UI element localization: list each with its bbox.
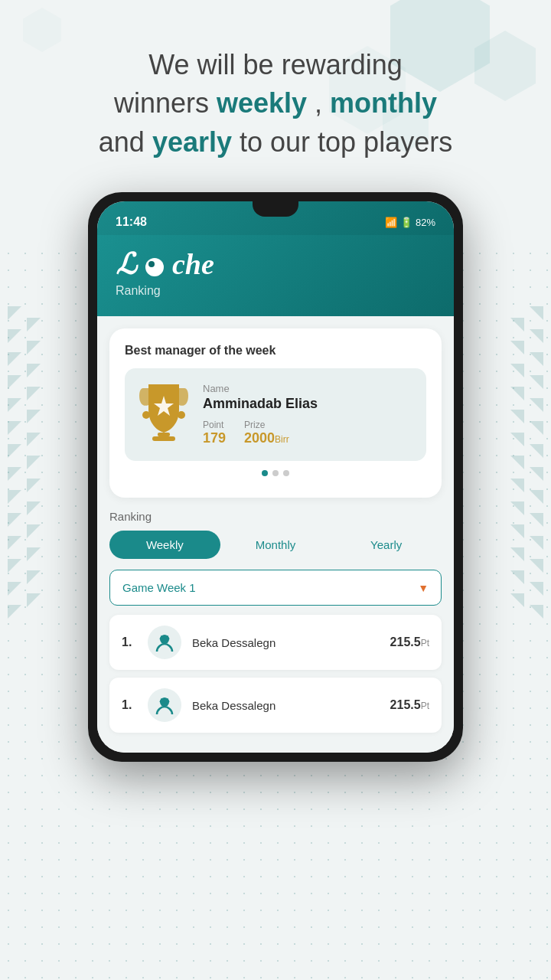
- dropdown-arrow-icon: ▼: [418, 582, 429, 594]
- rank-number-1: 1.: [122, 635, 137, 649]
- phone-mockup: 11:48 📶 🔋 82% ℒ che Ranking: [88, 192, 463, 762]
- dot-3: [283, 470, 289, 476]
- prize-label: Prize: [244, 420, 289, 430]
- player-name-2: Beka Dessalegn: [192, 699, 380, 712]
- status-time: 11:48: [116, 215, 147, 229]
- svg-rect-56: [152, 436, 175, 441]
- point-value: 179: [203, 430, 226, 446]
- dot-2: [272, 470, 279, 476]
- best-manager-title: Best manager of the week: [125, 344, 426, 358]
- app-subtitle: Ranking: [116, 284, 435, 298]
- tab-weekly[interactable]: Weekly: [109, 531, 220, 559]
- rank-number-2: 1.: [122, 698, 137, 712]
- headline-text: We will be rewarding winners weekly , mo…: [68, 46, 483, 162]
- svg-rect-55: [158, 433, 170, 436]
- app-body: Best manager of the week: [97, 316, 454, 753]
- trophy-icon: [137, 381, 191, 449]
- tab-monthly[interactable]: Monthly: [220, 531, 331, 559]
- player-score-2: 215.5Pt: [390, 698, 429, 712]
- manager-info-box: Name Amminadab Elias Point 179 Prize: [125, 368, 426, 461]
- player-name-1: Beka Dessalegn: [192, 636, 380, 649]
- manager-name: Amminadab Elias: [203, 396, 414, 412]
- best-manager-card: Best manager of the week: [109, 328, 442, 498]
- page-content: We will be rewarding winners weekly , mo…: [0, 0, 551, 762]
- prize-unit: Birr: [275, 434, 289, 445]
- manager-stats: Point 179 Prize 2000Birr: [203, 420, 414, 446]
- ranking-item-1: 1. Beka Dessalegn 215.5Pt: [109, 615, 442, 670]
- point-stat: Point 179: [203, 420, 226, 446]
- player-avatar-1: [148, 626, 181, 659]
- dot-1: [262, 470, 268, 476]
- app-header: ℒ che Ranking: [97, 235, 454, 316]
- game-week-label: Game Week 1: [122, 581, 196, 594]
- ranking-section-title: Ranking: [109, 510, 442, 523]
- app-logo: ℒ che: [116, 247, 435, 281]
- tab-yearly[interactable]: Yearly: [331, 531, 442, 559]
- point-label: Point: [203, 420, 226, 430]
- score-unit-2: Pt: [421, 701, 429, 711]
- manager-details: Name Amminadab Elias Point 179 Prize: [203, 383, 414, 446]
- prize-stat: Prize 2000Birr: [244, 420, 289, 446]
- ball-icon: [145, 258, 164, 276]
- player-score-1: 215.5Pt: [390, 635, 429, 649]
- game-week-dropdown[interactable]: Game Week 1 ▼: [109, 570, 442, 606]
- ranking-item-2: 1. Beka Dessalegn 215.5Pt: [109, 678, 442, 733]
- status-icons: 📶 🔋 82%: [385, 217, 435, 228]
- battery-icon: 🔋: [400, 217, 412, 228]
- phone-screen: 11:48 📶 🔋 82% ℒ che Ranking: [97, 201, 454, 753]
- name-label: Name: [203, 383, 414, 394]
- wifi-icon: 📶: [385, 217, 397, 228]
- phone-notch: [253, 201, 298, 217]
- dot-indicators: [125, 470, 426, 476]
- svg-point-58: [178, 411, 185, 419]
- tab-buttons: Weekly Monthly Yearly: [109, 531, 442, 559]
- prize-value: 2000: [244, 430, 275, 446]
- battery-percent: 82%: [416, 217, 435, 228]
- svg-point-57: [142, 411, 150, 419]
- score-unit-1: Pt: [421, 638, 429, 648]
- player-avatar-2: [148, 688, 181, 722]
- ranking-section: Ranking Weekly Monthly Yearly Game Week …: [109, 510, 442, 733]
